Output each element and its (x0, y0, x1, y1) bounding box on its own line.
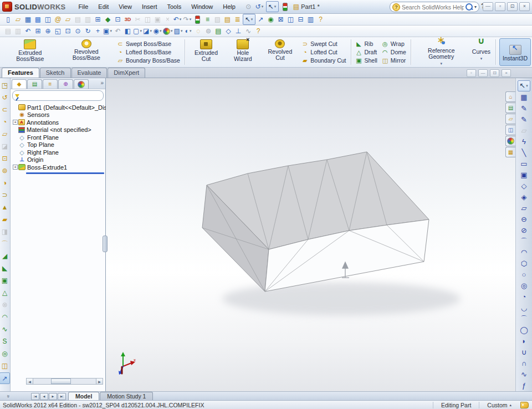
split-window-horizontal[interactable]: ⊟ (296, 14, 305, 24)
tools-card[interactable]: ▤ (223, 14, 232, 24)
curves[interactable]: Curves (469, 38, 493, 67)
scroll-next[interactable]: ▶ (49, 393, 57, 400)
apply-scene[interactable]: ▨ (174, 26, 183, 36)
featuremanager-tab[interactable]: ◆ (12, 79, 27, 89)
paste[interactable]: ▣ (153, 14, 162, 24)
help-search-box[interactable]: ? ▾ (390, 2, 479, 12)
motion-study-tab[interactable]: Motion Study 1 (100, 392, 153, 401)
zoom-to-area[interactable]: ⊡ (63, 26, 73, 36)
line[interactable]: ╲ (519, 148, 529, 158)
flex[interactable]: S (0, 336, 9, 346)
dimxpertmanager-tab[interactable]: ⊕ (58, 79, 73, 89)
tangent-arc[interactable]: ◡ (519, 303, 529, 313)
centerpoint-slot[interactable]: ⊘ (519, 226, 529, 236)
select[interactable]: ↖ (243, 14, 255, 25)
tree-item-origin[interactable]: ⊥ Origin (13, 156, 105, 164)
extruded-boss-base[interactable]: Extruded Boss/Base (2, 38, 58, 67)
tree-item-right-plane[interactable]: ◇ Right Plane (13, 149, 105, 156)
display-style[interactable]: ◪ (143, 26, 152, 36)
lofted-boss-base[interactable]: ◔Lofted Boss/Base (117, 48, 180, 56)
center-rectangle[interactable]: ▣ (519, 170, 529, 180)
planes-toggle[interactable]: ◇ (224, 26, 233, 36)
tree-item-annotations[interactable]: A Annotations (13, 119, 105, 126)
chamfer[interactable]: ◢ (0, 250, 9, 261)
zoom-window[interactable]: ⊞ (33, 26, 43, 36)
swept-cut[interactable]: ⊃ (0, 190, 9, 200)
menu-item[interactable]: Help (218, 2, 241, 12)
pack-and-go[interactable]: ▱ (63, 14, 73, 24)
menu-item[interactable]: File (74, 2, 94, 12)
shell[interactable]: ▣Shell (356, 57, 377, 64)
pan-view[interactable]: + (93, 26, 103, 36)
thickened-cut[interactable]: ◨ (0, 226, 9, 237)
polygon[interactable]: ⬡ (519, 259, 529, 269)
help[interactable]: ? (254, 26, 263, 36)
rib[interactable]: ◣ (0, 263, 9, 273)
boundary-boss-base[interactable]: ▱ (0, 129, 9, 139)
appearances-scenes-tab[interactable] (505, 136, 515, 146)
wrap[interactable]: ◎ (0, 348, 9, 359)
section-view[interactable]: ◧ (123, 26, 132, 36)
boundary-cut[interactable]: ▰ (0, 214, 9, 224)
menu-item[interactable]: Edit (93, 2, 114, 12)
rib[interactable]: ◣Rib (356, 40, 377, 48)
expander-icon[interactable] (13, 157, 18, 162)
design-library-tab[interactable]: ▤ (505, 103, 515, 113)
print-preview[interactable]: ▥ (83, 14, 93, 24)
3d-drawing-view[interactable]: ▣ (103, 26, 112, 36)
windows-button[interactable]: ⊡ (507, 2, 518, 11)
full-screen[interactable]: ⊠ (276, 14, 285, 24)
view-palette-tab[interactable]: ◫ (505, 125, 515, 135)
rotate-view[interactable]: ↻ (83, 26, 93, 36)
fly-through[interactable]: ↗ (256, 14, 265, 24)
sketch[interactable]: ✎ (519, 104, 529, 114)
manager-tabs-overflow-icon[interactable]: » (100, 80, 104, 86)
centerpoint-arc-slot[interactable]: ◠ (519, 248, 529, 258)
scroll-first[interactable]: |◀ (31, 393, 39, 400)
config-selector[interactable]: Custom▴ (479, 402, 519, 408)
boundary-cut[interactable]: ▰Boundary Cut (301, 57, 346, 64)
freeform[interactable]: ∿ (0, 324, 9, 334)
tree-item-part1[interactable]: Part1 (Default<<Default>_Displa (13, 104, 105, 111)
arc-3pt[interactable]: ⌒ (519, 314, 529, 324)
thicken[interactable]: ◪ (0, 141, 9, 151)
ellipse[interactable]: ◯ (519, 325, 529, 335)
sketches-toggle[interactable]: ∿ (244, 26, 253, 36)
delete[interactable]: × (163, 14, 172, 24)
expander-icon[interactable] (13, 165, 18, 170)
restore-button[interactable]: ▫ (495, 2, 505, 11)
extruded-cut[interactable]: ⊡ (0, 153, 9, 163)
lofted-boss-base[interactable]: ◔ (0, 116, 9, 127)
origins-toggle[interactable]: ⊥ (234, 26, 243, 36)
scrollbar-thumb[interactable] (51, 379, 71, 384)
file-properties[interactable]: ▧ (213, 14, 222, 24)
publish-edrawings[interactable]: ◫ (43, 14, 53, 24)
hole-wizard[interactable]: ⊚ (0, 165, 9, 176)
swept-cut[interactable]: ⊃Swept Cut (301, 40, 346, 48)
wrap[interactable]: ◎Wrap (382, 40, 406, 48)
graphics-viewport[interactable]: x (106, 78, 515, 391)
tree-filter-box[interactable] (12, 90, 104, 101)
rebuild[interactable] (193, 14, 202, 24)
extruded-boss-base[interactable]: ◳ (0, 80, 9, 90)
swept-boss-base[interactable]: ⊂ (0, 104, 9, 115)
menu-item[interactable]: Tools (162, 2, 186, 12)
centerpoint-arc[interactable]: ◔ (519, 292, 529, 302)
lofted-cut[interactable]: ▲ (0, 202, 9, 212)
search-caret-icon[interactable]: ▾ (474, 4, 477, 9)
expander-icon[interactable] (13, 127, 18, 132)
part-model[interactable] (202, 152, 429, 292)
draft[interactable]: △Draft (356, 48, 377, 56)
pin-menu[interactable]: ⊙ (244, 2, 253, 12)
file-explorer-tab[interactable]: ▱ (505, 114, 515, 124)
expander-icon[interactable] (13, 142, 18, 147)
expander-icon[interactable] (13, 135, 18, 140)
tree-item-boss-extrude1[interactable]: Boss-Extrude1 (13, 163, 105, 171)
new-document[interactable]: ▯ (3, 14, 13, 24)
minimize-button[interactable]: — (483, 2, 493, 11)
paint-tool[interactable]: ◆ (103, 14, 112, 24)
draft[interactable]: △ (0, 287, 9, 298)
model-tab[interactable]: Model (68, 392, 99, 401)
configurationmanager-tab[interactable]: ≡ (43, 79, 58, 89)
cameras-toggle[interactable]: ⊚ (204, 26, 213, 36)
